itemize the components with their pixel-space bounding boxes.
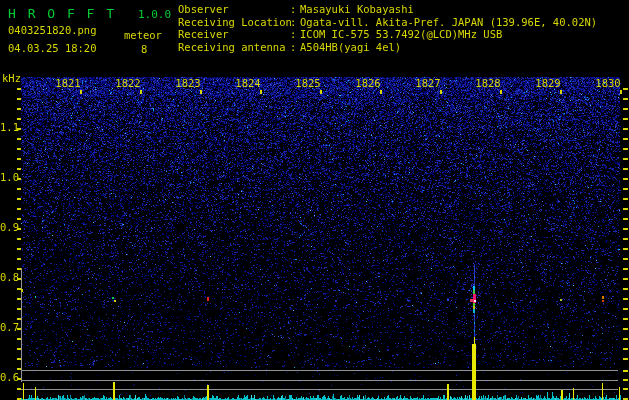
time-tick-label-1825: 1825 bbox=[295, 78, 321, 89]
info-value: ICOM IC-575 53.7492(@LCD)MHz USB bbox=[300, 28, 502, 41]
header-info: Observer:Masayuki KobayashiReceiving Loc… bbox=[178, 3, 597, 53]
info-colon: : bbox=[290, 28, 300, 41]
time-tick-label-1829: 1829 bbox=[535, 78, 561, 89]
time-tick-label-1821: 1821 bbox=[55, 78, 81, 89]
time-tick-label-1827: 1827 bbox=[415, 78, 441, 89]
time-tick-label-1823: 1823 bbox=[175, 78, 201, 89]
info-colon: : bbox=[290, 41, 300, 54]
app-title: H R O F F T bbox=[8, 6, 116, 21]
freq-tick-label-0.9: 0.9 bbox=[0, 222, 17, 233]
info-colon: : bbox=[290, 16, 300, 29]
info-row-1: Receiving Location:Ogata-vill. Akita-Pre… bbox=[178, 16, 597, 29]
meteor-echo-count: 8 bbox=[141, 43, 147, 55]
hrofft-screen: H R O F F T 1.0.0 0403251820.png meteor … bbox=[0, 0, 629, 400]
time-tick-label-1822: 1822 bbox=[115, 78, 141, 89]
mode-label: meteor bbox=[124, 29, 162, 41]
freq-tick-label-1.0: 1.0 bbox=[0, 172, 17, 183]
info-row-0: Observer:Masayuki Kobayashi bbox=[178, 3, 597, 16]
app-version: 1.0.0 bbox=[138, 8, 171, 21]
output-filename: 0403251820.png bbox=[8, 24, 97, 36]
info-value: Ogata-vill. Akita-Pref. JAPAN (139.96E, … bbox=[300, 16, 597, 29]
info-value: Masayuki Kobayashi bbox=[300, 3, 414, 16]
time-tick-label-1824: 1824 bbox=[235, 78, 261, 89]
info-colon: : bbox=[290, 3, 300, 16]
info-row-3: Receiving antenna:A504HB(yagi 4el) bbox=[178, 41, 597, 54]
info-row-2: Receiver:ICOM IC-575 53.7492(@LCD)MHz US… bbox=[178, 28, 597, 41]
info-label: Observer bbox=[178, 3, 290, 16]
freq-tick-label-0.8: 0.8 bbox=[0, 272, 17, 283]
info-label: Receiver bbox=[178, 28, 290, 41]
freq-tick-label-0.7: 0.7 bbox=[0, 322, 17, 333]
date-time: 04.03.25 18:20 bbox=[8, 42, 97, 54]
time-tick-label-1826: 1826 bbox=[355, 78, 381, 89]
spectrogram-canvas bbox=[0, 0, 629, 400]
freq-tick-label-1.1: 1.1 bbox=[0, 122, 17, 133]
time-tick-label-1828: 1828 bbox=[475, 78, 501, 89]
info-label: Receiving Location bbox=[178, 16, 290, 29]
freq-tick-label-0.6: 0.6 bbox=[0, 372, 17, 383]
info-label: Receiving antenna bbox=[178, 41, 290, 54]
time-tick-label-1830: 1830 bbox=[595, 78, 621, 89]
freq-axis-unit: kHz bbox=[2, 72, 21, 84]
info-value: A504HB(yagi 4el) bbox=[300, 41, 401, 54]
